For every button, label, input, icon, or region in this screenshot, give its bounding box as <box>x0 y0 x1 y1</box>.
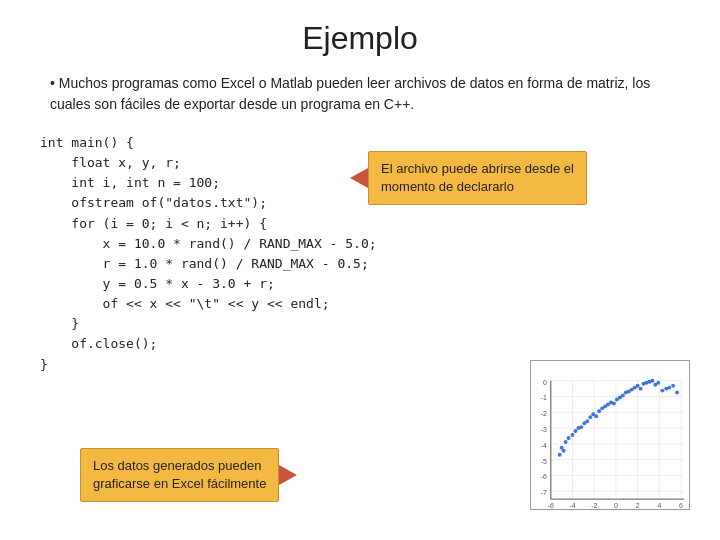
svg-point-61 <box>639 387 643 391</box>
svg-text:-4: -4 <box>569 502 575 509</box>
bottom-callout-text: Los datos generados puedengraficarse en … <box>93 458 266 491</box>
svg-point-39 <box>573 429 577 433</box>
svg-point-34 <box>564 440 568 444</box>
scatter-chart: -6 -4 -2 0 2 4 6 0 -1 -2 -3 -4 -5 -6 -7 <box>530 360 690 510</box>
svg-point-71 <box>671 384 675 388</box>
svg-text:-4: -4 <box>541 442 547 449</box>
top-callout-arrow <box>350 168 368 188</box>
svg-point-67 <box>656 381 660 385</box>
intro-section: Muchos programas como Excel o Matlab pue… <box>40 73 680 115</box>
svg-point-55 <box>621 394 625 398</box>
svg-text:-3: -3 <box>541 426 547 433</box>
svg-point-72 <box>675 391 679 395</box>
svg-text:-6: -6 <box>548 502 554 509</box>
svg-point-68 <box>660 389 664 393</box>
page: Ejemplo Muchos programas como Excel o Ma… <box>0 0 720 540</box>
svg-text:-2: -2 <box>591 502 597 509</box>
svg-rect-0 <box>531 361 689 509</box>
svg-text:0: 0 <box>614 502 618 509</box>
svg-point-70 <box>667 386 671 390</box>
svg-point-37 <box>562 449 566 453</box>
svg-point-52 <box>612 401 616 405</box>
code-block: int main() { float x, y, r; int i, int n… <box>40 133 680 375</box>
top-callout-text: El archivo puede abrirse desde elmomento… <box>381 161 574 194</box>
svg-point-43 <box>585 419 589 423</box>
bottom-callout-wrapper: Los datos generados puedengraficarse en … <box>80 448 297 502</box>
bottom-callout-arrow <box>279 465 297 485</box>
top-callout-wrapper: El archivo puede abrirse desde elmomento… <box>350 151 587 205</box>
svg-point-44 <box>588 415 592 419</box>
svg-point-65 <box>650 379 654 383</box>
svg-point-41 <box>579 425 583 429</box>
chart-svg: -6 -4 -2 0 2 4 6 0 -1 -2 -3 -4 -5 -6 -7 <box>531 361 689 509</box>
svg-point-35 <box>558 453 562 457</box>
svg-text:4: 4 <box>657 502 661 509</box>
svg-point-60 <box>636 384 640 388</box>
svg-text:-7: -7 <box>541 489 547 496</box>
svg-point-47 <box>597 409 601 413</box>
svg-text:-1: -1 <box>541 394 547 401</box>
svg-point-46 <box>594 414 598 418</box>
intro-bullet: Muchos programas como Excel o Matlab pue… <box>50 73 680 115</box>
bottom-callout: Los datos generados puedengraficarse en … <box>80 448 279 502</box>
svg-point-38 <box>571 433 575 437</box>
svg-text:2: 2 <box>636 502 640 509</box>
svg-point-36 <box>567 436 571 440</box>
top-callout: El archivo puede abrirse desde elmomento… <box>368 151 587 205</box>
page-title: Ejemplo <box>40 20 680 57</box>
svg-text:-6: -6 <box>541 473 547 480</box>
svg-text:-5: -5 <box>541 458 547 465</box>
svg-text:-2: -2 <box>541 410 547 417</box>
svg-text:6: 6 <box>679 502 683 509</box>
svg-text:0: 0 <box>543 379 547 386</box>
